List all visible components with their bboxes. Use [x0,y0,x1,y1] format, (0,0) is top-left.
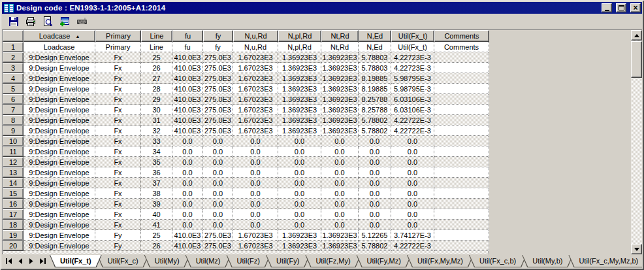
vertical-scrollbar[interactable] [631,30,642,254]
grid-cell[interactable]: 1.67023E3 [233,52,278,63]
grid-cell[interactable]: 410.0E3 [172,241,203,251]
grid-cell[interactable]: 0.0 [321,178,359,188]
add-table-view-icon[interactable] [59,16,71,27]
grid-cell[interactable]: 275.0E3 [203,94,233,105]
grid-cell[interactable]: 1.36923E3 [278,94,321,105]
grid-cell[interactable]: 1.67023E3 [233,63,278,73]
grid-cell[interactable]: 0.0 [233,209,278,220]
grid-cell[interactable]: 1.36923E3 [278,115,321,126]
column-header[interactable]: Util(Fx_t) [391,30,434,42]
grid-cell[interactable] [434,167,489,178]
grid-cell[interactable]: 0.0 [172,136,203,146]
grid-cell[interactable]: 410.0E3 [172,94,203,105]
grid-cell[interactable]: Fx [95,209,141,220]
sheet-tab-util-fz[interactable]: Util(Fz) [227,255,270,267]
grid-cell[interactable]: 40 [141,209,172,220]
grid-cell[interactable]: Util(Fx_t) [391,42,434,52]
grid-cell[interactable]: Fx [95,178,141,188]
grid-cell[interactable]: 0.0 [359,220,391,230]
grid-cell[interactable]: 9:Design Envelope [24,178,95,188]
grid-cell[interactable]: 0.0 [321,167,359,178]
grid-cell[interactable]: 9:Design Envelope [24,126,95,136]
column-header[interactable]: Comments [434,30,489,42]
grid-cell[interactable]: Fx [95,73,141,84]
grid-cell[interactable]: 39 [141,199,172,209]
grid-cell[interactable]: 0.0 [203,199,233,209]
grid-cell[interactable]: 4.22722E-3 [391,115,434,126]
grid-cell[interactable]: 5.98795E-3 [391,73,434,84]
grid-cell[interactable]: 0.0 [172,209,203,220]
sheet-tab-util-fy[interactable]: Util(Fy) [266,255,310,267]
grid-cell[interactable]: 0.0 [278,157,321,167]
grid-cell[interactable] [434,126,489,136]
grid-cell[interactable]: 9:Design Envelope [24,52,95,63]
grid-cell[interactable]: 30 [141,105,172,115]
column-header[interactable]: Line [141,30,172,42]
grid-cell[interactable]: 0.0 [391,167,434,178]
grid-cell[interactable]: 9:Design Envelope [24,146,95,157]
sheet-tab-util-fx-c[interactable]: Util(Fx_c) [97,255,149,267]
grid-cell[interactable]: 0.0 [172,167,203,178]
sheet-tab-util-my[interactable]: Util(My) [144,255,190,267]
grid-cell[interactable]: 9:Design Envelope [24,188,95,199]
grid-cell[interactable] [434,230,489,241]
row-number[interactable]: 10 [3,136,24,146]
grid-cell[interactable]: 1.67023E3 [233,241,278,251]
grid-cell[interactable]: 0.0 [391,199,434,209]
grid-cell[interactable]: 1.67023E3 [233,126,278,136]
maximize-button[interactable] [616,3,626,12]
grid-cell[interactable]: 3.74127E-3 [391,230,434,241]
row-number[interactable]: 1 [3,42,24,52]
grid-cell[interactable]: 1.36923E3 [278,73,321,84]
grid-cell[interactable]: 0.0 [233,167,278,178]
grid-cell[interactable]: 0.0 [359,146,391,157]
grid-cell[interactable]: 0.0 [278,209,321,220]
grid-cell[interactable]: 9:Design Envelope [24,199,95,209]
row-number[interactable]: 9 [3,126,24,136]
sheet-tab-util-fy-mz[interactable]: Util(Fy,Mz) [357,255,411,267]
previous-sheet-button[interactable] [15,256,25,266]
row-number[interactable]: 5 [3,84,24,94]
grid-cell[interactable]: 36 [141,167,172,178]
grid-cell[interactable]: 4.22723E-3 [391,52,434,63]
grid-cell[interactable]: 4.22722E-3 [391,126,434,136]
row-number[interactable]: 4 [3,73,24,84]
grid-cell[interactable] [434,220,489,230]
row-number[interactable]: 8 [3,115,24,126]
grid-cell[interactable]: 275.0E3 [203,241,233,251]
grid-cell[interactable]: 5.12265 [359,230,391,241]
grid-cell[interactable] [434,136,489,146]
grid-cell[interactable]: N,Ed [359,42,391,52]
grid-cell[interactable]: 1.36923E3 [278,126,321,136]
column-header[interactable]: N,u,Rd [233,30,278,42]
grid-cell[interactable]: 0.0 [278,188,321,199]
grid-cell[interactable]: Fx [95,84,141,94]
grid-cell[interactable]: 25 [141,230,172,241]
grid-cell[interactable]: Fx [95,63,141,73]
grid-cell[interactable]: 0.0 [321,209,359,220]
grid-cell[interactable]: 5.78802 [359,241,391,251]
row-number[interactable]: 3 [3,63,24,73]
grid-cell[interactable]: 9:Design Envelope [24,84,95,94]
grid-cell[interactable]: fy [203,42,233,52]
grid-cell[interactable]: 1.36923E3 [321,230,359,241]
grid-cell[interactable]: 9:Design Envelope [24,94,95,105]
grid-cell[interactable]: Loadcase [24,42,95,52]
grid-cell[interactable]: 0.0 [203,146,233,157]
minimize-button[interactable] [602,3,612,12]
grid-cell[interactable]: 0.0 [278,146,321,157]
grid-cell[interactable]: Fx [95,126,141,136]
grid-cell[interactable]: 275.0E3 [203,126,233,136]
grid-cell[interactable]: 0.0 [278,136,321,146]
grid-cell[interactable] [434,157,489,167]
column-header[interactable]: N,pl,Rd [278,30,321,42]
grid-cell[interactable]: Fy [95,241,141,251]
grid-cell[interactable]: 0.0 [359,199,391,209]
grid-cell[interactable]: 0.0 [233,157,278,167]
grid-cell[interactable]: Fx [95,136,141,146]
grid-cell[interactable] [434,199,489,209]
grid-cell[interactable]: 275.0E3 [203,73,233,84]
grid-cell[interactable]: Fx [95,115,141,126]
grid-cell[interactable]: 0.0 [359,178,391,188]
grid-cell[interactable]: 33 [141,136,172,146]
